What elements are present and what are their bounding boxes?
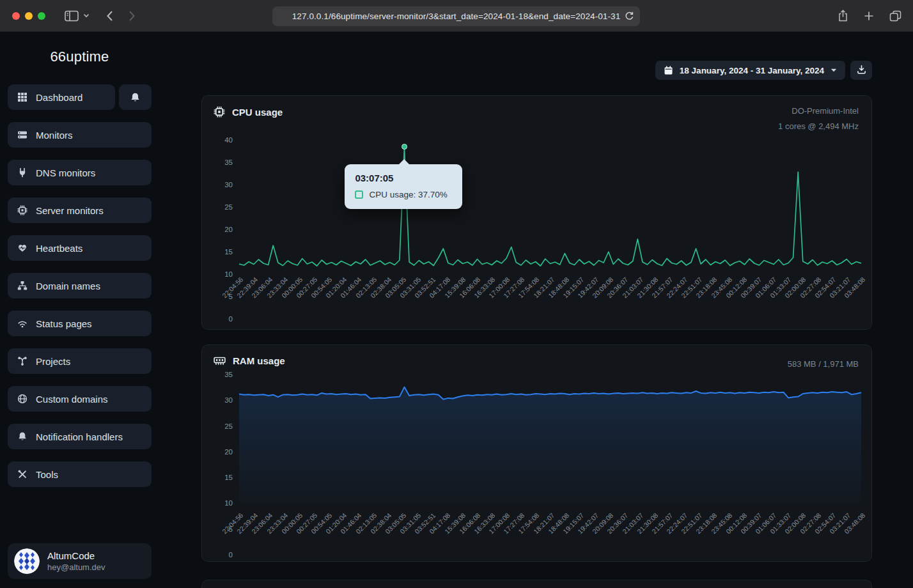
sidebar-item-tools[interactable]: Tools bbox=[8, 461, 152, 487]
browser-chrome: 127.0.0.1/66uptime/server-monitor/3&star… bbox=[0, 0, 913, 32]
sidebar-item-label: Server monitors bbox=[36, 205, 104, 216]
plug-icon bbox=[17, 167, 27, 178]
cpu-card-title: CPU usage bbox=[232, 107, 283, 118]
sidebar-item-label: Heartbeats bbox=[36, 243, 82, 254]
sidebar-item-monitors[interactable]: Monitors bbox=[8, 122, 152, 148]
sidebar-item-dns-monitors[interactable]: DNS monitors bbox=[8, 160, 152, 185]
sidebar-toggle-icon[interactable] bbox=[65, 10, 79, 22]
cpu-chip-icon bbox=[214, 106, 225, 118]
share-icon[interactable] bbox=[838, 10, 848, 22]
heartbeat-icon bbox=[17, 243, 27, 253]
notifications-button[interactable] bbox=[119, 84, 152, 110]
user-email: hey@altum.dev bbox=[47, 562, 105, 572]
caret-down-icon bbox=[831, 68, 837, 72]
sidebar-item-notification-handlers[interactable]: Notification handlers bbox=[8, 424, 152, 449]
sidebar: 66uptime DashboardMonitorsDNS monitorsSe… bbox=[0, 32, 159, 588]
ram-card-title: RAM usage bbox=[233, 355, 285, 366]
sidebar-item-label: Notification handlers bbox=[36, 431, 123, 442]
grid-icon bbox=[17, 92, 27, 102]
stack-icon bbox=[17, 130, 27, 140]
tooltip-value: CPU usage: 37.70% bbox=[369, 190, 447, 199]
sidebar-item-heartbeats[interactable]: Heartbeats bbox=[8, 235, 152, 261]
cpu-card-meta: DO-Premium-Intel 1 cores @ 2,494 MHz bbox=[778, 104, 859, 134]
cpu-x-axis: 22:04:5622:39:0423:06:0423:33:0400:00:05… bbox=[239, 273, 861, 319]
address-bar[interactable]: 127.0.0.1/66uptime/server-monitor/3&star… bbox=[272, 6, 640, 26]
url-text: 127.0.0.1/66uptime/server-monitor/3&star… bbox=[292, 12, 621, 21]
sidebar-item-label: Projects bbox=[36, 356, 70, 367]
tooltip-time: 03:07:05 bbox=[355, 173, 452, 183]
cpu-chart-plot[interactable]: 03:07:05 CPU usage: 37.70% bbox=[239, 140, 861, 268]
hover-marker-dot bbox=[402, 144, 407, 150]
forward-button[interactable] bbox=[129, 10, 136, 22]
reload-icon[interactable] bbox=[625, 11, 634, 24]
sidebar-item-label: Tools bbox=[36, 469, 58, 480]
close-window-button[interactable] bbox=[12, 12, 20, 20]
wifi-icon bbox=[17, 318, 27, 329]
server-plan: DO-Premium-Intel bbox=[778, 104, 859, 119]
nodes-icon bbox=[17, 356, 27, 366]
bell-icon bbox=[17, 431, 27, 442]
ram-card-meta: 583 MB / 1,971 MB bbox=[788, 357, 859, 372]
sidebar-item-server-monitors[interactable]: Server monitors bbox=[8, 197, 152, 223]
zoom-window-button[interactable] bbox=[38, 12, 45, 20]
chevron-down-icon[interactable] bbox=[83, 13, 90, 18]
date-range-label: 18 January, 2024 - 31 January, 2024 bbox=[680, 66, 824, 75]
chip-icon bbox=[17, 205, 27, 215]
sidebar-item-custom-domains[interactable]: Custom domains bbox=[8, 386, 152, 412]
globe-icon bbox=[17, 394, 27, 404]
cpu-usage-card: CPU usage DO-Premium-Intel 1 cores @ 2,4… bbox=[201, 95, 872, 330]
cpu-spec: 1 cores @ 2,494 MHz bbox=[778, 119, 859, 134]
sidebar-item-domain-names[interactable]: Domain names bbox=[8, 273, 152, 298]
minimize-window-button[interactable] bbox=[25, 12, 33, 20]
tools-icon bbox=[17, 469, 27, 479]
sidebar-item-label: Domain names bbox=[36, 281, 100, 291]
sidebar-item-label: Custom domains bbox=[36, 394, 108, 405]
traffic-lights bbox=[12, 12, 45, 20]
app-logo: 66uptime bbox=[0, 49, 159, 65]
avatar bbox=[14, 548, 40, 574]
ram-usage-card: RAM usage 583 MB / 1,971 MB 353025201510… bbox=[201, 344, 872, 562]
next-card-stub bbox=[201, 580, 872, 588]
user-name: AltumCode bbox=[47, 550, 105, 561]
tab-overview-icon[interactable] bbox=[889, 10, 901, 22]
user-card[interactable]: AltumCode hey@altum.dev bbox=[8, 543, 152, 579]
ram-x-axis: 22:04:5622:39:0423:06:0423:33:0400:00:05… bbox=[239, 509, 861, 555]
chart-tooltip: 03:07:05 CPU usage: 37.70% bbox=[345, 164, 462, 209]
sidebar-item-status-pages[interactable]: Status pages bbox=[8, 311, 152, 336]
ram-stick-icon bbox=[214, 355, 226, 366]
sidebar-item-projects[interactable]: Projects bbox=[8, 348, 152, 374]
calendar-icon bbox=[664, 65, 673, 75]
series-swatch bbox=[355, 190, 363, 199]
back-button[interactable] bbox=[106, 10, 113, 22]
sidebar-item-dashboard[interactable]: Dashboard bbox=[8, 84, 115, 110]
sitemap-icon bbox=[17, 281, 27, 291]
sidebar-item-label: Status pages bbox=[36, 318, 92, 329]
export-button[interactable] bbox=[850, 61, 872, 80]
ram-chart-plot[interactable] bbox=[239, 375, 861, 504]
sidebar-item-label: Dashboard bbox=[36, 92, 82, 103]
new-tab-icon[interactable] bbox=[864, 11, 874, 21]
sidebar-item-label: DNS monitors bbox=[36, 167, 95, 178]
download-icon bbox=[857, 65, 866, 76]
date-range-picker[interactable]: 18 January, 2024 - 31 January, 2024 bbox=[655, 61, 845, 80]
sidebar-nav: DashboardMonitorsDNS monitorsServer moni… bbox=[8, 84, 152, 487]
main-content: 18 January, 2024 - 31 January, 2024 CPU … bbox=[159, 32, 913, 588]
sidebar-item-label: Monitors bbox=[36, 130, 73, 141]
